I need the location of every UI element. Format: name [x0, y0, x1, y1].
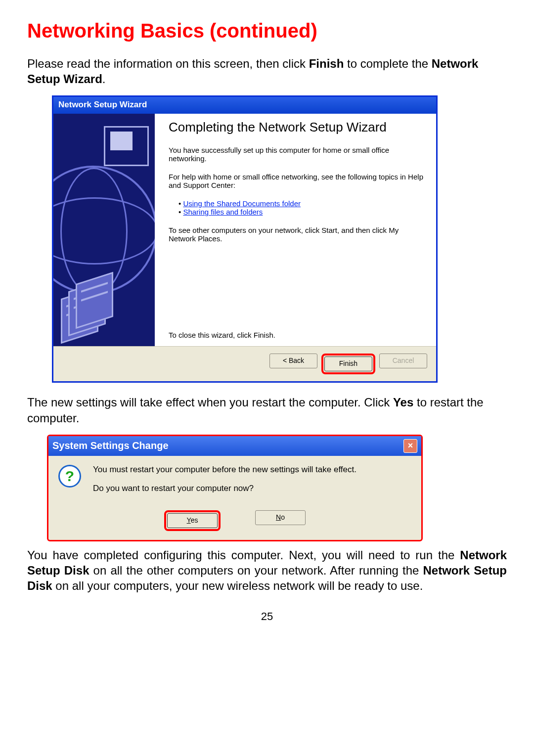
- wizard-text-close: To close this wizard, click Finish.: [169, 331, 426, 339]
- no-rest: o: [281, 513, 285, 521]
- finish-highlight: Finish: [321, 354, 375, 374]
- back-button[interactable]: < Back: [269, 354, 317, 368]
- final-t2: on all the other computers on your netwo…: [89, 564, 423, 577]
- page-heading: Networking Basics (continued): [27, 20, 507, 42]
- intro-text-3: .: [102, 72, 106, 86]
- final-t3: on all your computers, your new wireless…: [52, 579, 423, 592]
- cancel-button: Cancel: [379, 354, 427, 368]
- wizard-side-graphic: [53, 114, 155, 346]
- dialog-line-2: Do you want to restart your computer now…: [93, 484, 356, 493]
- link-shared-documents[interactable]: Using the Shared Documents folder: [183, 199, 301, 208]
- page-number: 25: [27, 610, 507, 623]
- wizard-text-network-places: To see other computers on your network, …: [169, 226, 426, 243]
- intro-bold-1: Finish: [309, 57, 344, 70]
- finish-button[interactable]: Finish: [324, 356, 372, 371]
- no-button[interactable]: No: [255, 510, 306, 525]
- yes-button[interactable]: Yes: [167, 513, 218, 528]
- dialog-line-1: You must restart your computer before th…: [93, 465, 356, 475]
- wizard-footer: < Back Finish Cancel: [53, 346, 436, 381]
- wizard-text-success: You have successfully set up this comput…: [169, 146, 426, 163]
- final-paragraph: You have completed configuring this comp…: [27, 547, 507, 594]
- yes-highlight: Yes: [164, 510, 221, 531]
- link-sharing-files[interactable]: Sharing files and folders: [183, 208, 263, 216]
- documents-icon: [61, 278, 115, 337]
- wizard-text-help: For help with home or small office netwo…: [169, 173, 426, 189]
- network-setup-wizard-window: Network Setup Wizard Completing the Netw…: [52, 95, 438, 383]
- restart-text-1: The new settings will take effect when y…: [27, 396, 393, 409]
- restart-paragraph: The new settings will take effect when y…: [27, 395, 507, 425]
- dialog-titlebar: System Settings Change ×: [48, 436, 421, 456]
- close-icon[interactable]: ×: [403, 439, 417, 453]
- wizard-heading: Completing the Network Setup Wizard: [169, 120, 426, 135]
- wizard-titlebar: Network Setup Wizard: [53, 97, 436, 114]
- wizard-help-links: Using the Shared Documents folder Sharin…: [169, 199, 426, 216]
- intro-paragraph: Please read the information on this scre…: [27, 56, 507, 87]
- intro-text-2: to complete the: [344, 57, 431, 70]
- dialog-title: System Settings Change: [52, 440, 169, 451]
- question-icon: ?: [58, 465, 81, 488]
- monitor-icon: [104, 126, 149, 166]
- yes-rest: es: [191, 516, 198, 524]
- system-settings-dialog: System Settings Change × ? You must rest…: [47, 435, 423, 541]
- restart-bold: Yes: [393, 396, 413, 409]
- intro-text-1: Please read the information on this scre…: [27, 57, 309, 70]
- final-t1: You have completed configuring this comp…: [27, 548, 460, 562]
